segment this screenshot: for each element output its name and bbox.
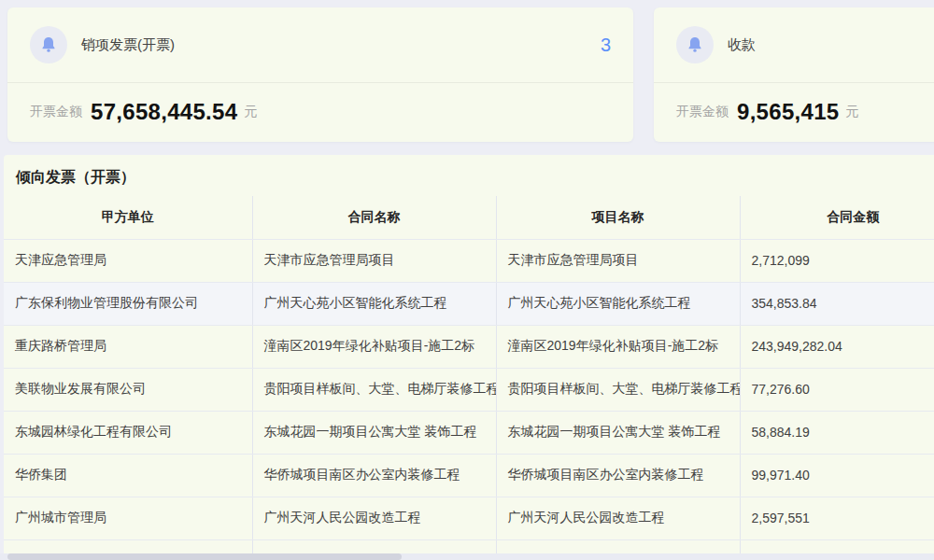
table-cell: 广州天河人民公园改造工程 xyxy=(252,497,496,539)
table-cell: 华侨集团 xyxy=(4,454,252,497)
table-cell: 美联物业发展有限公司 xyxy=(4,368,252,411)
table-cell: 华侨城项目南区办公室内装修工程 xyxy=(252,454,496,497)
table-cell: 东城花园一期项目公寓大堂 装饰工程 xyxy=(252,411,496,454)
column-header-party: 甲方单位 xyxy=(4,196,252,239)
table-row[interactable]: 东城园林绿化工程有限公司东城花园一期项目公寓大堂 装饰工程东城花园一期项目公寓大… xyxy=(4,411,934,454)
amount-value: 9,565,415 xyxy=(737,99,839,125)
table-cell: 天津市应急管理局项目 xyxy=(496,239,740,282)
table-cell: 2,712,099 xyxy=(740,239,934,282)
amount-unit: 元 xyxy=(244,104,257,120)
table-cell: 2,597,551 xyxy=(740,497,934,539)
table-row[interactable]: 重庆路桥管理局潼南区2019年绿化补贴项目-施工2标潼南区2019年绿化补贴项目… xyxy=(4,325,934,368)
table-cell: 99,971.40 xyxy=(740,454,934,497)
horizontal-scrollbar-thumb[interactable] xyxy=(7,553,402,560)
column-header-contract-name: 合同名称 xyxy=(252,196,496,239)
table-cell: 东城园林绿化工程有限公司 xyxy=(4,411,252,454)
horizontal-scrollbar-track[interactable] xyxy=(0,553,934,560)
amount-unit: 元 xyxy=(845,104,858,120)
amount-value: 57,658,445.54 xyxy=(91,99,237,125)
column-header-project-name: 项目名称 xyxy=(496,196,740,239)
table-row[interactable]: 华侨集团华侨城项目南区办公室内装修工程华侨城项目南区办公室内装修工程99,971… xyxy=(4,454,934,497)
table-row[interactable]: 美联物业发展有限公司贵阳项目样板间、大堂、电梯厅装修工程贵阳项目样板间、大堂、电… xyxy=(4,368,934,411)
table-cell: 广州天心苑小区智能化系统工程 xyxy=(496,282,740,325)
invoice-table-panel: 倾向发票（开票） 甲方单位 合同名称 项目名称 合同金额 天津应急管理局天津市应… xyxy=(4,155,934,560)
table-row[interactable]: 广州城市管理局广州天河人民公园改造工程广州天河人民公园改造工程2,597,551 xyxy=(4,497,934,539)
table-cell: 天津应急管理局 xyxy=(4,239,252,282)
collections-card-body: 开票金额 9,565,415 元 xyxy=(654,83,934,141)
table-body: 天津应急管理局天津市应急管理局项目天津市应急管理局项目2,712,099广东保利… xyxy=(4,239,934,560)
column-header-contract-amount: 合同金额 xyxy=(740,196,934,239)
table-cell: 广州天河人民公园改造工程 xyxy=(496,497,740,539)
table-row[interactable]: 天津应急管理局天津市应急管理局项目天津市应急管理局项目2,712,099 xyxy=(4,239,934,282)
table-cell: 243,949,282.04 xyxy=(740,325,934,368)
table-cell: 重庆路桥管理局 xyxy=(4,325,252,368)
collections-card[interactable]: 收款 开票金额 9,565,415 元 xyxy=(654,7,934,142)
table-cell: 华侨城项目南区办公室内装修工程 xyxy=(496,454,740,497)
table-row[interactable]: 广东保利物业管理股份有限公司广州天心苑小区智能化系统工程广州天心苑小区智能化系统… xyxy=(4,282,934,325)
table-cell: 58,884.19 xyxy=(740,411,934,454)
amount-label: 开票金额 xyxy=(30,104,82,120)
sales-invoice-card-header: 销项发票(开票) 3 xyxy=(7,7,633,83)
table-header-row: 甲方单位 合同名称 项目名称 合同金额 xyxy=(4,196,934,239)
section-title: 倾向发票（开票） xyxy=(4,155,934,196)
collections-card-header: 收款 xyxy=(654,7,934,83)
table-cell: 广州城市管理局 xyxy=(4,497,252,539)
amount-label: 开票金额 xyxy=(676,104,729,120)
sales-invoice-card[interactable]: 销项发票(开票) 3 开票金额 57,658,445.54 元 xyxy=(7,7,633,142)
table-cell: 77,276.60 xyxy=(740,368,934,411)
table-cell: 潼南区2019年绿化补贴项目-施工2标 xyxy=(252,325,496,368)
card-title: 销项发票(开票) xyxy=(81,36,601,54)
invoice-table: 甲方单位 合同名称 项目名称 合同金额 天津应急管理局天津市应急管理局项目天津市… xyxy=(4,196,934,560)
table-cell: 广东保利物业管理股份有限公司 xyxy=(4,282,252,325)
bell-icon xyxy=(676,26,714,63)
card-count-badge: 3 xyxy=(601,35,611,56)
table-cell: 潼南区2019年绿化补贴项目-施工2标 xyxy=(496,325,740,368)
table-cell: 贵阳项目样板间、大堂、电梯厅装修工程 xyxy=(496,368,740,411)
table-cell: 贵阳项目样板间、大堂、电梯厅装修工程 xyxy=(252,368,496,411)
table-cell: 东城花园一期项目公寓大堂 装饰工程 xyxy=(496,411,740,454)
table-cell: 天津市应急管理局项目 xyxy=(252,239,496,282)
card-title: 收款 xyxy=(728,36,934,54)
bell-icon xyxy=(30,26,67,63)
sales-invoice-card-body: 开票金额 57,658,445.54 元 xyxy=(7,83,633,141)
table-cell: 354,853.84 xyxy=(740,282,934,325)
table-cell: 广州天心苑小区智能化系统工程 xyxy=(252,282,496,325)
